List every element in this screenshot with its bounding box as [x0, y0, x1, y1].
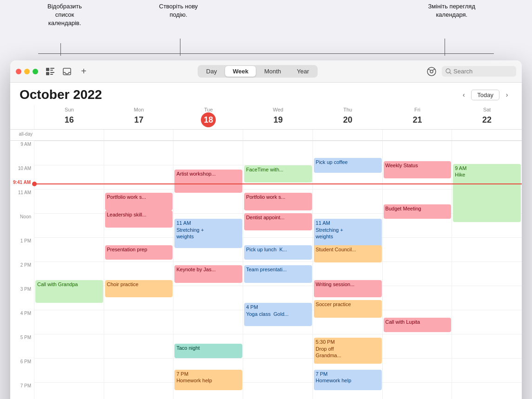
event-e10[interactable]: 11 AM Stretching + weights	[174, 219, 242, 248]
event-e5[interactable]: 9 AM Hike	[453, 164, 521, 222]
day-cell-5-6[interactable]	[383, 286, 452, 310]
inbox-icon[interactable]	[60, 65, 73, 78]
event-e17[interactable]: Team presentati...	[244, 265, 312, 282]
day-cell-3-8[interactable]	[243, 334, 313, 358]
day-cell-6-8[interactable]	[452, 334, 522, 358]
prev-button[interactable]: ‹	[458, 89, 469, 100]
day-cell-6-5[interactable]	[452, 262, 522, 286]
airdrop-icon[interactable]	[425, 65, 438, 78]
calendar-list-icon[interactable]	[44, 65, 57, 78]
day-cell-3-9[interactable]	[243, 358, 313, 382]
day-cell-3-0[interactable]	[243, 141, 313, 165]
allday-thu	[313, 130, 383, 140]
day-cell-6-0[interactable]	[452, 141, 522, 165]
view-tabs-container: Day Week Month Year	[94, 65, 421, 78]
minimize-button[interactable]	[24, 69, 30, 74]
svg-rect-5	[50, 74, 53, 75]
day-cell-0-9[interactable]	[34, 358, 104, 382]
event-e8[interactable]: Budget Meeting	[384, 204, 452, 219]
calendar-grid: Sun 16 Mon 17 Tue 18 Wed 19 Thu 20	[10, 105, 522, 399]
callout-new-event: Створіть нову подію.	[159, 2, 198, 19]
add-event-icon[interactable]: +	[77, 65, 90, 78]
day-cell-0-7[interactable]	[34, 310, 104, 334]
search-icon	[446, 68, 452, 74]
day-cell-0-10[interactable]	[34, 382, 104, 399]
tab-month[interactable]: Month	[257, 66, 288, 77]
day-cell-4-2[interactable]	[313, 189, 383, 213]
time-label-1: 10 AM	[10, 165, 34, 189]
time-label-8: 5 PM	[10, 334, 34, 358]
day-header-tue: Tue 18	[173, 105, 243, 129]
event-e23[interactable]: Call with Lupita	[384, 318, 452, 332]
event-e27[interactable]: 7 PM Homework help	[314, 370, 382, 390]
day-cell-1-9[interactable]	[104, 358, 174, 382]
day-cell-1-0[interactable]	[104, 141, 174, 165]
day-cell-5-5[interactable]	[383, 262, 452, 286]
event-e18[interactable]: Call with Grandpa	[35, 280, 103, 303]
time-label-5: 2 PM	[10, 262, 34, 286]
event-e26[interactable]: 7 PM Homework help	[174, 370, 242, 390]
day-cell-0-0[interactable]	[34, 141, 104, 165]
day-cell-0-1[interactable]	[34, 165, 104, 189]
time-label-3: Noon	[10, 213, 34, 237]
event-e16[interactable]: Keynote by Jas...	[174, 265, 242, 282]
time-grid-scroll[interactable]: 9 AM10 AM11 AMNoon1 PM2 PM3 PM4 PM5 PM6 …	[10, 141, 522, 399]
day-cell-3-10[interactable]	[243, 382, 313, 399]
tab-week[interactable]: Week	[225, 66, 256, 77]
day-cell-2-0[interactable]	[173, 141, 243, 165]
day-cell-0-3[interactable]	[34, 213, 104, 237]
allday-sat	[452, 130, 522, 140]
event-e14[interactable]: Pick up lunch K...	[244, 245, 312, 260]
event-e22[interactable]: Soccer practice	[314, 300, 382, 317]
day-cell-6-10[interactable]	[452, 382, 522, 399]
day-cell-6-4[interactable]	[452, 237, 522, 262]
event-e25[interactable]: 5:30 PM Drop off Grandma...	[314, 338, 382, 364]
event-e3[interactable]: Weekly Status	[384, 161, 452, 178]
event-e1[interactable]: FaceTime with...	[244, 165, 312, 183]
today-button[interactable]: Today	[471, 90, 499, 100]
search-input[interactable]	[453, 68, 509, 75]
event-e2[interactable]: Pick up coffee	[314, 158, 382, 172]
event-e24[interactable]: Taco night	[174, 344, 242, 358]
event-e4[interactable]: Artist workshop...	[174, 170, 242, 193]
event-e13[interactable]: Presentation prep	[105, 245, 173, 260]
event-e21[interactable]: 4 PM Yoga class Gold...	[244, 303, 312, 326]
day-cell-1-10[interactable]	[104, 382, 174, 399]
day-cell-0-4[interactable]	[34, 237, 104, 262]
day-cell-5-10[interactable]	[383, 382, 452, 399]
day-header-sat: Sat 22	[452, 105, 522, 129]
day-cell-5-9[interactable]	[383, 358, 452, 382]
callout-cal-list: Відобразить список календарів.	[47, 2, 82, 28]
event-e9[interactable]: Leadership skill...	[105, 210, 173, 228]
day-cell-6-7[interactable]	[452, 310, 522, 334]
event-e6[interactable]: Portfolio work s...	[105, 193, 173, 210]
day-cell-5-8[interactable]	[383, 334, 452, 358]
day-cell-6-6[interactable]	[452, 286, 522, 310]
day-cell-6-9[interactable]	[452, 358, 522, 382]
day-cell-2-7[interactable]	[173, 310, 243, 334]
day-cell-1-7[interactable]	[104, 310, 174, 334]
time-label-2: 11 AM	[10, 189, 34, 213]
event-e7[interactable]: Portfolio work s...	[244, 193, 312, 210]
day-headers: Sun 16 Mon 17 Tue 18 Wed 19 Thu 20	[10, 105, 522, 130]
tab-year[interactable]: Year	[289, 66, 316, 77]
day-cell-1-8[interactable]	[104, 334, 174, 358]
event-e20[interactable]: Writing session...	[314, 280, 382, 297]
close-button[interactable]	[16, 69, 21, 74]
day-cell-0-8[interactable]	[34, 334, 104, 358]
search-box[interactable]	[442, 66, 516, 77]
titlebar: + Day Week Month Year	[10, 60, 522, 83]
allday-tue	[173, 130, 243, 140]
day-cell-1-1[interactable]	[104, 165, 174, 189]
event-e11[interactable]: Dentist appoint...	[244, 213, 312, 230]
day-header-sun: Sun 16	[34, 105, 104, 129]
event-e19[interactable]: Choir practice	[105, 280, 173, 297]
day-cell-2-6[interactable]	[173, 286, 243, 310]
day-cell-0-2[interactable]	[34, 189, 104, 213]
maximize-button[interactable]	[33, 69, 38, 74]
next-button[interactable]: ›	[501, 89, 512, 100]
tab-day[interactable]: Day	[199, 66, 224, 77]
event-e15[interactable]: Student Council...	[314, 245, 382, 262]
event-e12[interactable]: 11 AM Stretching + weights	[314, 219, 382, 248]
day-cell-5-4[interactable]	[383, 237, 452, 262]
